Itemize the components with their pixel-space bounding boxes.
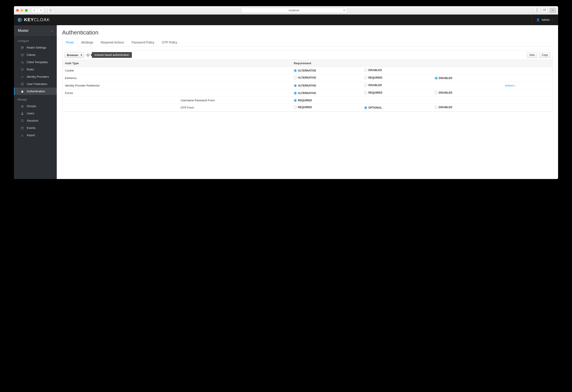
sidebar-item-label: Identity Providers — [27, 75, 49, 78]
sidebar-item-label: Events — [27, 126, 35, 130]
actions-menu[interactable]: Actions⌄ — [505, 84, 517, 87]
logo[interactable]: KEYCLOAK — [17, 17, 50, 23]
minimize-window-button[interactable] — [20, 9, 23, 12]
sidebar-item-label: Sessions — [27, 119, 38, 122]
address-bar[interactable]: localhost ⟳ — [241, 8, 347, 13]
back-button[interactable] — [31, 8, 38, 13]
svg-rect-3 — [543, 10, 545, 11]
table-row: CookieALTERNATIVEDISABLED — [62, 67, 553, 74]
reload-icon[interactable]: ⟳ — [343, 9, 345, 12]
tab-password-policy[interactable]: Password Policy — [128, 38, 158, 46]
auth-type-cell — [62, 97, 178, 104]
exchange-icon — [20, 75, 24, 78]
requirement-alternative[interactable]: ALTERNATIVE — [294, 76, 316, 79]
svg-point-10 — [22, 48, 23, 48]
requirement-disabled[interactable]: DISABLED — [435, 76, 452, 80]
sidebar-item-clients[interactable]: Clients — [14, 51, 57, 59]
chevron-down-icon: ⌄ — [552, 18, 553, 21]
tab-otp-policy[interactable]: OTP Policy — [158, 38, 181, 46]
radio-icon — [294, 106, 297, 109]
main-content: Authentication FlowsBindingsRequired Act… — [57, 25, 558, 179]
sidebar-item-label: Groups — [27, 105, 36, 108]
requirement-alternative[interactable]: ALTERNATIVE — [294, 91, 316, 95]
radio-icon — [435, 76, 438, 80]
sidebar-item-groups[interactable]: Groups — [14, 102, 57, 110]
requirement-required[interactable]: REQUIRED — [364, 91, 382, 94]
sidebar-item-label: Client Templates — [27, 60, 48, 64]
sub-flow-cell — [178, 74, 291, 82]
svg-point-17 — [21, 105, 22, 106]
clock-icon — [20, 119, 24, 122]
share-button[interactable] — [534, 8, 540, 13]
requirement-alternative[interactable]: ALTERNATIVE — [294, 84, 316, 87]
tab-bindings[interactable]: Bindings — [78, 38, 97, 46]
requirement-required[interactable]: REQUIRED — [294, 106, 312, 109]
sidebar-item-events[interactable]: Events — [14, 124, 57, 132]
sidebar-item-label: User Federation — [27, 82, 47, 86]
user-icon — [20, 112, 24, 115]
flow-select[interactable]: Browser — [64, 52, 84, 58]
import-icon — [20, 134, 24, 137]
requirement-disabled[interactable]: DISABLED — [435, 91, 452, 94]
requirement-required[interactable]: REQUIRED — [364, 76, 382, 79]
sidebar-item-realm-settings[interactable]: Realm Settings — [14, 44, 57, 51]
svg-point-18 — [23, 105, 23, 106]
table-row: Username Password FormREQUIRED — [62, 97, 553, 104]
requirement-disabled[interactable]: DISABLED — [364, 84, 382, 87]
sub-flow-cell — [178, 82, 291, 89]
sidebar-item-identity-providers[interactable]: Identity Providers — [14, 73, 57, 80]
cubes-icon — [20, 61, 24, 64]
sidebar-item-roles[interactable]: Roles — [14, 66, 57, 73]
radio-icon — [364, 91, 367, 94]
sidebar-item-user-federation[interactable]: User Federation — [14, 80, 57, 88]
window-controls — [16, 9, 28, 12]
svg-rect-21 — [21, 127, 23, 129]
calendar-icon — [20, 126, 24, 130]
requirement-optional[interactable]: OPTIONAL — [364, 106, 382, 109]
list-icon — [20, 68, 24, 71]
section-configure: Configure — [14, 36, 57, 44]
auth-type-cell: Kerberos — [62, 74, 178, 82]
auth-type-cell: Cookie — [62, 67, 178, 74]
flows-table: Auth Type Requirement CookieALTERNATIVED… — [62, 60, 553, 111]
tab-required-actions[interactable]: Required Actions — [97, 38, 128, 46]
requirement-alternative[interactable]: ALTERNATIVE — [294, 69, 316, 72]
radio-icon — [294, 69, 297, 72]
sidebar-item-import[interactable]: Import — [14, 132, 57, 139]
section-manage: Manage — [14, 95, 57, 102]
sidebar-item-authentication[interactable]: Authentication — [14, 88, 57, 95]
close-window-button[interactable] — [16, 9, 19, 12]
tabs-button[interactable] — [541, 8, 547, 13]
auth-type-cell — [62, 104, 178, 111]
sidebar-item-sessions[interactable]: Sessions — [14, 117, 57, 124]
radio-icon — [294, 91, 297, 95]
forward-button[interactable] — [38, 8, 44, 13]
sidebar-item-client-templates[interactable]: Client Templates — [14, 59, 57, 66]
tab-flows[interactable]: Flows — [62, 38, 78, 46]
sidebar-item-label: Users — [27, 112, 34, 115]
maximize-window-button[interactable] — [25, 9, 28, 12]
user-menu[interactable]: 👤 Admin ⌄ — [532, 15, 553, 25]
sidebar-item-label: Clients — [27, 53, 35, 57]
realm-name: Master — [18, 29, 29, 33]
sidebar-toggle-button[interactable] — [48, 8, 54, 13]
new-button[interactable]: New — [527, 52, 537, 58]
sub-flow-cell: OTP Form — [178, 104, 291, 111]
sidebar-item-users[interactable]: Users — [14, 110, 57, 117]
new-tab-button[interactable]: + — [550, 8, 556, 13]
requirement-required[interactable]: REQUIRED — [294, 99, 312, 102]
radio-icon — [294, 84, 297, 87]
help-icon[interactable]: ? — [86, 53, 90, 57]
requirement-disabled[interactable]: DISABLED — [364, 69, 382, 72]
copy-button[interactable]: Copy — [539, 52, 550, 58]
realm-selector[interactable]: Master ⌄ — [14, 25, 57, 36]
radio-icon — [435, 91, 438, 94]
requirement-disabled[interactable]: DISABLED — [435, 106, 452, 109]
lock-icon — [20, 90, 24, 93]
sub-flow-cell — [178, 89, 291, 97]
sub-flow-cell — [178, 67, 291, 74]
url-text: localhost — [289, 9, 299, 12]
radio-icon — [364, 84, 367, 87]
sidebar-item-label: Roles — [27, 68, 34, 71]
user-name: Admin — [541, 18, 550, 21]
